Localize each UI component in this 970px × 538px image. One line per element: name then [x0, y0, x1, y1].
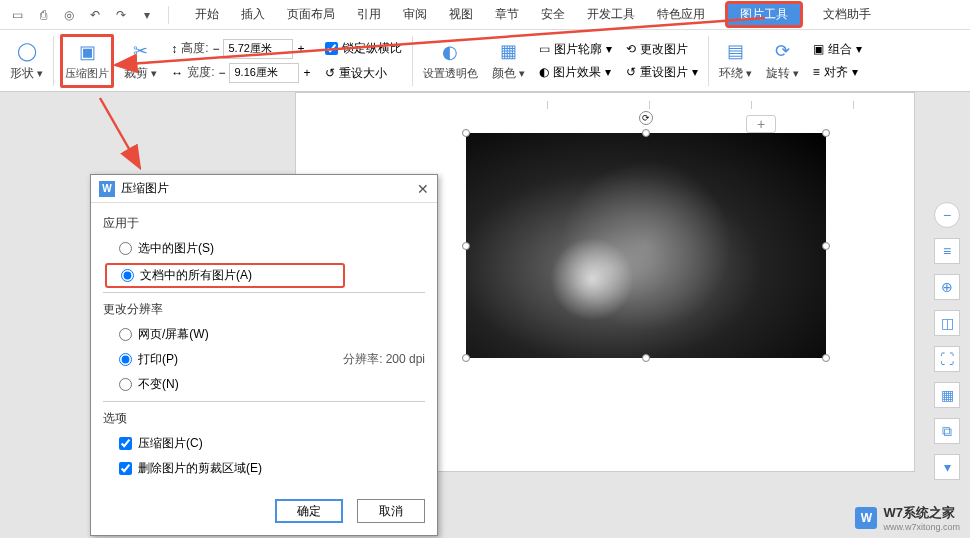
minus[interactable]: −	[212, 42, 219, 56]
tab-chapter[interactable]: 章节	[493, 2, 521, 27]
transparent-label: 设置透明色	[423, 66, 478, 81]
resolution-section-label: 更改分辨率	[103, 297, 425, 322]
resize-handle-mr[interactable]	[822, 242, 830, 250]
rotate-label: 旋转	[766, 66, 790, 80]
height-label: 高度:	[181, 40, 208, 57]
watermark-url: www.w7xitong.com	[883, 522, 960, 532]
height-input[interactable]: 5.72厘米	[223, 39, 293, 59]
radio-all[interactable]	[121, 269, 134, 282]
divider	[168, 6, 169, 24]
plus[interactable]: +	[303, 66, 310, 80]
transparent-color[interactable]: ◐ 设置透明色	[419, 34, 482, 88]
dpi-label: 分辨率:	[343, 352, 382, 366]
compress-dialog: W 压缩图片 ✕ 应用于 选中的图片(S) 文档中的所有图片(A) 更改分辨率 …	[90, 174, 438, 536]
height-icon: ↕	[171, 42, 177, 56]
wrap-group[interactable]: ▤ 环绕 ▾	[715, 34, 756, 88]
radio-no-change[interactable]: 不变(N)	[103, 372, 425, 397]
resize-handle-tl[interactable]	[462, 129, 470, 137]
compress-icon: ▣	[75, 40, 99, 64]
reset-size-icon: ↺	[325, 66, 335, 80]
dialog-body: 应用于 选中的图片(S) 文档中的所有图片(A) 更改分辨率 网页/屏幕(W) …	[91, 203, 437, 489]
tab-dev-tools[interactable]: 开发工具	[585, 2, 637, 27]
align-button[interactable]: ≡ 对齐 ▾	[813, 64, 862, 81]
tab-view[interactable]: 视图	[447, 2, 475, 27]
zoom-in-tool[interactable]: ⊕	[934, 274, 960, 300]
selected-image[interactable]: ⟳	[466, 133, 826, 358]
reset-size[interactable]: ↺ 重设大小	[325, 65, 402, 82]
tab-references[interactable]: 引用	[355, 2, 383, 27]
width-input[interactable]: 9.16厘米	[229, 63, 299, 83]
check-compress-input[interactable]	[119, 437, 132, 450]
cancel-button[interactable]: 取消	[357, 499, 425, 523]
side-tools: − ≡ ⊕ ◫ ⛶ ▦ ⧉ ▾	[934, 202, 960, 480]
expand-tool[interactable]: ⛶	[934, 346, 960, 372]
tab-special[interactable]: 特色应用	[655, 2, 707, 27]
radio-selected-pictures[interactable]: 选中的图片(S)	[103, 236, 425, 261]
minus[interactable]: −	[218, 66, 225, 80]
radio-nochange-input[interactable]	[119, 378, 132, 391]
crop-group[interactable]: ✂ 裁剪 ▾	[120, 34, 161, 88]
tab-security[interactable]: 安全	[539, 2, 567, 27]
reset-picture[interactable]: ↺ 重设图片 ▾	[626, 64, 698, 81]
dpi-value: 200 dpi	[386, 352, 425, 366]
change-label: 更改图片	[640, 41, 688, 58]
crop-label: 裁剪	[124, 66, 148, 80]
lock-ratio-checkbox[interactable]	[325, 42, 338, 55]
print-preview-icon[interactable]: ◎	[60, 6, 78, 24]
save-icon[interactable]: ▭	[8, 6, 26, 24]
color-group[interactable]: ▦ 颜色 ▾	[488, 34, 529, 88]
more-tool[interactable]: ▾	[934, 454, 960, 480]
print-icon[interactable]: ⎙	[34, 6, 52, 24]
radio-web-input[interactable]	[119, 328, 132, 341]
lock-ratio[interactable]: 锁定纵横比	[325, 40, 402, 57]
rotate-handle[interactable]: ⟳	[639, 111, 653, 125]
check-delete-cropped[interactable]: 删除图片的剪裁区域(E)	[103, 456, 425, 481]
crop-icon: ✂	[129, 39, 153, 63]
radio-selected[interactable]	[119, 242, 132, 255]
plus[interactable]: +	[297, 42, 304, 56]
radio-web[interactable]: 网页/屏幕(W)	[103, 322, 425, 347]
radio-all-label: 文档中的所有图片(A)	[140, 267, 252, 284]
radio-print[interactable]: 打印(P) 分辨率: 200 dpi	[103, 347, 425, 372]
resize-handle-ml[interactable]	[462, 242, 470, 250]
change-picture[interactable]: ⟲ 更改图片	[626, 41, 698, 58]
close-icon[interactable]: ✕	[417, 181, 429, 197]
layers-tool[interactable]: ▦	[934, 382, 960, 408]
tab-insert[interactable]: 插入	[239, 2, 267, 27]
watermark: W W7系统之家 www.w7xitong.com	[855, 504, 960, 532]
ribbon: ◯ 形状 ▾ ▣ 压缩图片 ✂ 裁剪 ▾ ↕ 高度: − 5.72厘米 + ↔ …	[0, 30, 970, 92]
radio-all-pictures[interactable]: 文档中的所有图片(A)	[105, 263, 345, 288]
group-button[interactable]: ▣ 组合 ▾	[813, 41, 862, 58]
check-delete-label: 删除图片的剪裁区域(E)	[138, 460, 262, 477]
tab-start[interactable]: 开始	[193, 2, 221, 27]
width-icon: ↔	[171, 66, 183, 80]
tab-review[interactable]: 审阅	[401, 2, 429, 27]
tab-page-layout[interactable]: 页面布局	[285, 2, 337, 27]
radio-print-input[interactable]	[119, 353, 132, 366]
tab-doc-helper[interactable]: 文档助手	[821, 2, 873, 27]
tab-picture-tools[interactable]: 图片工具	[725, 1, 803, 28]
resize-handle-tc[interactable]	[642, 129, 650, 137]
picture-outline[interactable]: ▭ 图片轮廓 ▾	[539, 41, 612, 58]
layout-tool[interactable]: ≡	[934, 238, 960, 264]
zoom-out-tool[interactable]: −	[934, 202, 960, 228]
copy-tool[interactable]: ⧉	[934, 418, 960, 444]
check-compress[interactable]: 压缩图片(C)	[103, 431, 425, 456]
rotate-group[interactable]: ⟳ 旋转 ▾	[762, 34, 803, 88]
redo-icon[interactable]: ↷	[112, 6, 130, 24]
check-delete-input[interactable]	[119, 462, 132, 475]
compress-picture-button[interactable]: ▣ 压缩图片	[60, 34, 114, 88]
dropdown-icon[interactable]: ▾	[138, 6, 156, 24]
dialog-titlebar[interactable]: W 压缩图片 ✕	[91, 175, 437, 203]
resize-handle-bc[interactable]	[642, 354, 650, 362]
add-button[interactable]: +	[746, 115, 776, 133]
resize-handle-bl[interactable]	[462, 354, 470, 362]
undo-icon[interactable]: ↶	[86, 6, 104, 24]
watermark-brand: W7系统之家	[883, 504, 960, 522]
shape-group[interactable]: ◯ 形状 ▾	[6, 34, 47, 88]
resize-handle-br[interactable]	[822, 354, 830, 362]
picture-effects[interactable]: ◐ 图片效果 ▾	[539, 64, 612, 81]
resize-handle-tr[interactable]	[822, 129, 830, 137]
ok-button[interactable]: 确定	[275, 499, 343, 523]
crop-tool[interactable]: ◫	[934, 310, 960, 336]
